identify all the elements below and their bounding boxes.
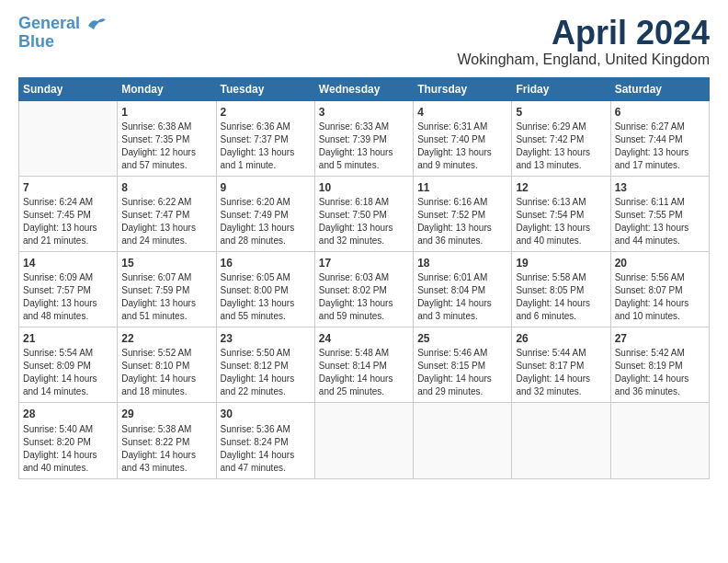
day-info: Sunrise: 6:36 AMSunset: 7:37 PMDaylight:…	[221, 121, 311, 172]
day-cell	[610, 403, 709, 478]
day-info: Sunrise: 5:48 AMSunset: 8:14 PMDaylight:…	[319, 347, 409, 398]
day-info: Sunrise: 6:01 AMSunset: 8:04 PMDaylight:…	[417, 271, 507, 323]
day-cell: 12Sunrise: 6:13 AMSunset: 7:54 PMDayligh…	[512, 176, 610, 251]
day-cell: 3Sunrise: 6:33 AMSunset: 7:39 PMDaylight…	[314, 100, 413, 176]
day-cell: 23Sunrise: 5:50 AMSunset: 8:12 PMDayligh…	[216, 327, 314, 403]
day-number: 1	[121, 105, 211, 120]
day-info: Sunrise: 6:18 AMSunset: 7:50 PMDaylight:…	[319, 196, 409, 247]
day-cell: 21Sunrise: 5:54 AMSunset: 8:09 PMDayligh…	[19, 327, 118, 403]
day-number: 17	[319, 256, 409, 270]
weekday-header-monday: Monday	[118, 77, 216, 100]
day-number: 18	[417, 256, 507, 270]
day-cell: 2Sunrise: 6:36 AMSunset: 7:37 PMDaylight…	[216, 100, 314, 176]
day-cell: 24Sunrise: 5:48 AMSunset: 8:14 PMDayligh…	[314, 327, 413, 403]
day-cell: 9Sunrise: 6:20 AMSunset: 7:49 PMDaylight…	[216, 176, 314, 251]
header: General Blue April 2024 Wokingham, Engla…	[18, 15, 710, 68]
bird-icon	[86, 17, 107, 31]
day-info: Sunrise: 5:50 AMSunset: 8:12 PMDaylight:…	[221, 347, 311, 398]
day-number: 23	[221, 331, 311, 346]
day-cell: 29Sunrise: 5:38 AMSunset: 8:22 PMDayligh…	[118, 403, 216, 478]
day-info: Sunrise: 6:38 AMSunset: 7:35 PMDaylight:…	[121, 121, 211, 172]
day-info: Sunrise: 6:29 AMSunset: 7:42 PMDaylight:…	[516, 121, 606, 172]
day-cell: 28Sunrise: 5:40 AMSunset: 8:20 PMDayligh…	[19, 403, 118, 478]
day-info: Sunrise: 6:16 AMSunset: 7:52 PMDaylight:…	[417, 196, 507, 247]
day-number: 26	[516, 331, 606, 346]
day-cell: 8Sunrise: 6:22 AMSunset: 7:47 PMDaylight…	[118, 176, 216, 251]
day-number: 8	[121, 180, 211, 195]
day-number: 20	[615, 256, 705, 270]
day-cell: 22Sunrise: 5:52 AMSunset: 8:10 PMDayligh…	[118, 327, 216, 403]
day-info: Sunrise: 6:31 AMSunset: 7:40 PMDaylight:…	[417, 121, 507, 172]
week-row-4: 21Sunrise: 5:54 AMSunset: 8:09 PMDayligh…	[19, 327, 710, 403]
month-title: April 2024	[457, 15, 710, 52]
weekday-header-sunday: Sunday	[19, 77, 118, 100]
day-number: 9	[221, 180, 311, 195]
day-cell: 25Sunrise: 5:46 AMSunset: 8:15 PMDayligh…	[414, 327, 512, 403]
weekday-header-row: SundayMondayTuesdayWednesdayThursdayFrid…	[19, 77, 710, 100]
day-cell: 1Sunrise: 6:38 AMSunset: 7:35 PMDaylight…	[118, 100, 216, 176]
day-cell: 6Sunrise: 6:27 AMSunset: 7:44 PMDaylight…	[610, 100, 709, 176]
location-title: Wokingham, England, United Kingdom	[457, 52, 710, 68]
day-number: 19	[516, 256, 606, 270]
day-info: Sunrise: 5:42 AMSunset: 8:19 PMDaylight:…	[615, 347, 705, 398]
day-number: 28	[23, 407, 113, 421]
calendar-table: SundayMondayTuesdayWednesdayThursdayFrid…	[18, 77, 710, 479]
day-cell: 26Sunrise: 5:44 AMSunset: 8:17 PMDayligh…	[512, 327, 610, 403]
day-cell: 19Sunrise: 5:58 AMSunset: 8:05 PMDayligh…	[512, 251, 610, 327]
day-cell: 14Sunrise: 6:09 AMSunset: 7:57 PMDayligh…	[19, 251, 118, 327]
day-number: 13	[615, 180, 705, 195]
logo-line1: General	[18, 14, 80, 32]
day-number: 16	[221, 256, 311, 270]
day-cell: 5Sunrise: 6:29 AMSunset: 7:42 PMDaylight…	[512, 100, 610, 176]
day-info: Sunrise: 5:44 AMSunset: 8:17 PMDaylight:…	[516, 347, 606, 398]
day-info: Sunrise: 6:05 AMSunset: 8:00 PMDaylight:…	[221, 271, 311, 323]
day-number: 12	[516, 180, 606, 195]
day-info: Sunrise: 6:09 AMSunset: 7:57 PMDaylight:…	[23, 271, 113, 323]
page: General Blue April 2024 Wokingham, Engla…	[0, 0, 728, 563]
week-row-2: 7Sunrise: 6:24 AMSunset: 7:45 PMDaylight…	[19, 176, 710, 251]
day-number: 25	[417, 331, 507, 346]
week-row-3: 14Sunrise: 6:09 AMSunset: 7:57 PMDayligh…	[19, 251, 710, 327]
day-cell: 7Sunrise: 6:24 AMSunset: 7:45 PMDaylight…	[19, 176, 118, 251]
day-number: 11	[417, 180, 507, 195]
day-cell: 15Sunrise: 6:07 AMSunset: 7:59 PMDayligh…	[118, 251, 216, 327]
day-info: Sunrise: 6:22 AMSunset: 7:47 PMDaylight:…	[121, 196, 211, 247]
day-cell: 18Sunrise: 6:01 AMSunset: 8:04 PMDayligh…	[414, 251, 512, 327]
day-number: 30	[221, 407, 311, 421]
day-info: Sunrise: 5:58 AMSunset: 8:05 PMDaylight:…	[516, 271, 606, 323]
day-number: 21	[23, 331, 113, 346]
day-info: Sunrise: 6:24 AMSunset: 7:45 PMDaylight:…	[23, 196, 113, 247]
weekday-header-friday: Friday	[512, 77, 610, 100]
day-cell: 17Sunrise: 6:03 AMSunset: 8:02 PMDayligh…	[314, 251, 413, 327]
day-info: Sunrise: 5:36 AMSunset: 8:24 PMDaylight:…	[221, 423, 311, 475]
day-info: Sunrise: 6:11 AMSunset: 7:55 PMDaylight:…	[615, 196, 705, 247]
logo-line2: Blue	[18, 33, 54, 52]
day-number: 24	[319, 331, 409, 346]
weekday-header-wednesday: Wednesday	[314, 77, 413, 100]
day-number: 2	[221, 105, 311, 120]
day-info: Sunrise: 5:40 AMSunset: 8:20 PMDaylight:…	[23, 423, 113, 475]
day-info: Sunrise: 6:33 AMSunset: 7:39 PMDaylight:…	[319, 121, 409, 172]
day-number: 7	[23, 180, 113, 195]
weekday-header-thursday: Thursday	[414, 77, 512, 100]
weekday-header-saturday: Saturday	[610, 77, 709, 100]
weekday-header-tuesday: Tuesday	[216, 77, 314, 100]
day-cell: 13Sunrise: 6:11 AMSunset: 7:55 PMDayligh…	[610, 176, 709, 251]
day-info: Sunrise: 5:54 AMSunset: 8:09 PMDaylight:…	[23, 347, 113, 398]
day-cell	[19, 100, 118, 176]
day-number: 10	[319, 180, 409, 195]
day-cell	[314, 403, 413, 478]
day-number: 5	[516, 105, 606, 120]
day-cell: 10Sunrise: 6:18 AMSunset: 7:50 PMDayligh…	[314, 176, 413, 251]
logo-text: General	[18, 15, 107, 33]
day-number: 6	[615, 105, 705, 120]
day-info: Sunrise: 5:52 AMSunset: 8:10 PMDaylight:…	[121, 347, 211, 398]
day-number: 29	[121, 407, 211, 421]
day-info: Sunrise: 6:07 AMSunset: 7:59 PMDaylight:…	[121, 271, 211, 323]
day-cell	[512, 403, 610, 478]
title-area: April 2024 Wokingham, England, United Ki…	[457, 15, 710, 68]
day-number: 3	[319, 105, 409, 120]
day-cell: 16Sunrise: 6:05 AMSunset: 8:00 PMDayligh…	[216, 251, 314, 327]
day-cell: 4Sunrise: 6:31 AMSunset: 7:40 PMDaylight…	[414, 100, 512, 176]
day-info: Sunrise: 6:13 AMSunset: 7:54 PMDaylight:…	[516, 196, 606, 247]
